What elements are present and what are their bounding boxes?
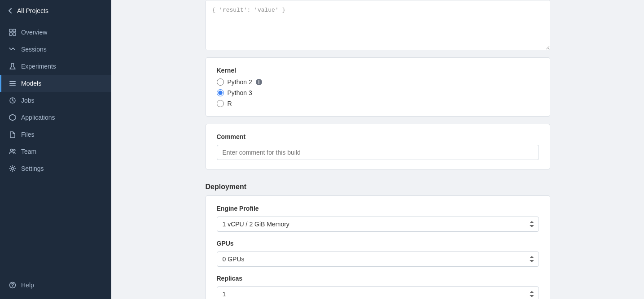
sidebar-item-label: Overview [21, 29, 47, 36]
sidebar-help-label: Help [21, 282, 34, 289]
sidebar-item-models[interactable]: Models [0, 75, 111, 92]
sidebar-item-label: Sessions [21, 46, 47, 53]
kernel-python2-option[interactable]: Python 2 i [217, 78, 539, 86]
files-icon [9, 130, 17, 139]
jobs-icon [9, 96, 17, 104]
engine-profile-label: Engine Profile [217, 205, 539, 212]
gpus-field: GPUs 0 GPUs 1 GPU 2 GPUs [217, 240, 539, 267]
kernel-section: Kernel Python 2 i Python 3 R [206, 57, 550, 117]
sidebar-item-overview[interactable]: Overview [0, 24, 111, 41]
sidebar-item-experiments[interactable]: Experiments [0, 58, 111, 75]
main-content: { 'result': 'value' } Kernel Python 2 i … [111, 0, 644, 299]
code-editor-block: { 'result': 'value' } [206, 0, 550, 50]
svg-rect-5 [9, 81, 16, 82]
svg-rect-6 [9, 83, 16, 84]
sidebar-item-label: Settings [21, 165, 44, 172]
svg-rect-7 [9, 85, 16, 86]
sessions-icon [9, 45, 17, 53]
applications-icon [9, 113, 17, 121]
back-arrow-icon [7, 8, 13, 14]
sidebar-item-label: Files [21, 131, 35, 138]
sidebar-nav: Overview Sessions Experiments [0, 20, 111, 271]
deployment-section: Deployment Engine Profile 1 vCPU / 2 GiB… [206, 177, 550, 299]
team-icon [9, 147, 17, 156]
settings-icon [9, 165, 17, 173]
kernel-python2-label: Python 2 [228, 78, 252, 86]
sidebar-item-sessions[interactable]: Sessions [0, 41, 111, 58]
experiments-icon [9, 62, 17, 70]
replicas-select[interactable]: 1 2 3 4 [217, 286, 539, 299]
comment-section: Comment [206, 124, 550, 169]
svg-rect-1 [13, 29, 16, 32]
back-label: All Projects [17, 7, 48, 14]
sidebar-item-files[interactable]: Files [0, 126, 111, 143]
gpus-label: GPUs [217, 240, 539, 247]
gpus-select[interactable]: 0 GPUs 1 GPU 2 GPUs [217, 251, 539, 267]
kernel-python2-radio[interactable] [217, 78, 224, 86]
replicas-label: Replicas [217, 275, 539, 282]
sidebar-item-label: Team [21, 148, 36, 155]
svg-point-11 [12, 168, 14, 170]
comment-label: Comment [217, 133, 539, 140]
svg-point-9 [11, 149, 13, 152]
kernel-r-label: R [228, 100, 232, 107]
kernel-radio-group: Python 2 i Python 3 R [217, 78, 539, 107]
overview-icon [9, 28, 17, 36]
svg-rect-3 [13, 33, 16, 35]
kernel-r-radio[interactable] [217, 100, 224, 107]
sidebar-item-help[interactable]: Help [0, 277, 111, 294]
sidebar-bottom: Help [0, 271, 111, 299]
kernel-r-option[interactable]: R [217, 100, 539, 107]
engine-profile-select[interactable]: 1 vCPU / 2 GiB Memory 2 vCPU / 4 GiB Mem… [217, 217, 539, 232]
sidebar-item-label: Applications [21, 114, 55, 121]
python2-info-icon[interactable]: i [256, 79, 262, 85]
engine-profile-field: Engine Profile 1 vCPU / 2 GiB Memory 2 v… [217, 205, 539, 232]
kernel-python3-option[interactable]: Python 3 [217, 89, 539, 96]
all-projects-back[interactable]: All Projects [0, 0, 111, 20]
sidebar-item-applications[interactable]: Applications [0, 109, 111, 126]
sidebar-item-team[interactable]: Team [0, 143, 111, 160]
sidebar-item-label: Jobs [21, 97, 35, 104]
svg-point-10 [13, 149, 15, 151]
kernel-label: Kernel [217, 67, 539, 74]
sidebar-item-label: Experiments [21, 63, 56, 70]
svg-rect-2 [9, 33, 12, 35]
models-icon [9, 79, 17, 87]
deployment-block: Engine Profile 1 vCPU / 2 GiB Memory 2 v… [206, 195, 550, 299]
kernel-python3-label: Python 3 [228, 89, 252, 96]
kernel-python3-radio[interactable] [217, 89, 224, 96]
svg-point-13 [12, 286, 13, 287]
sidebar: All Projects Overview Sessions [0, 0, 111, 299]
help-icon [9, 281, 17, 289]
replicas-field: Replicas 1 2 3 4 [217, 275, 539, 299]
deployment-header: Deployment [206, 177, 550, 195]
svg-rect-0 [9, 29, 12, 32]
sidebar-item-settings[interactable]: Settings [0, 160, 111, 177]
sidebar-item-jobs[interactable]: Jobs [0, 92, 111, 109]
code-textarea[interactable]: { 'result': 'value' } [206, 0, 550, 50]
sidebar-item-label: Models [21, 80, 41, 87]
comment-input[interactable] [217, 145, 539, 160]
